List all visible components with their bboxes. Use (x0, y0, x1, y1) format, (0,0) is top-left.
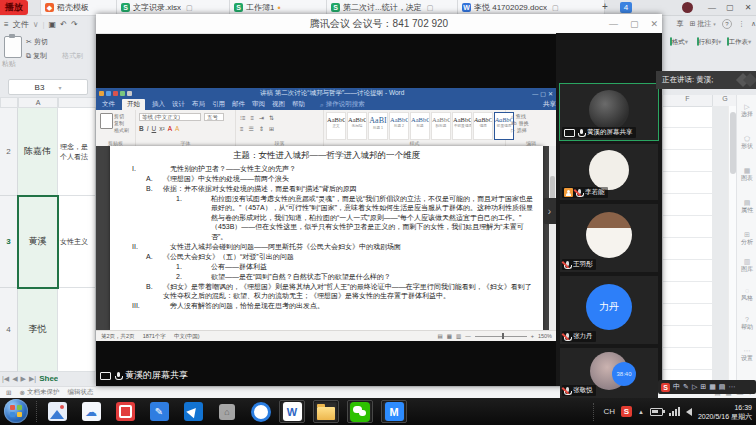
collapse-ribbon-icon[interactable]: ∧ (751, 20, 756, 28)
taskbar-wechat-icon[interactable] (347, 400, 373, 423)
network-icon[interactable] (669, 407, 680, 416)
tell-me-search[interactable]: ⌕操作说明搜索 (320, 100, 365, 109)
language-indicator[interactable]: 中文(中国) (174, 333, 200, 340)
sogou-input-bar[interactable]: S 中 ✎ ▷ ⊞ ▦ ▤ ⋯ (658, 380, 756, 394)
cell-a3-selected[interactable]: 黄溪 (18, 196, 58, 288)
view-icon[interactable]: ⊞ (6, 389, 11, 397)
rail-help[interactable]: ?帮助 (737, 316, 756, 332)
style-chip[interactable]: AaBbCcD不明显强调 (452, 112, 472, 140)
word-count[interactable]: 1871个字 (143, 333, 166, 340)
rail-props[interactable]: ▤属性 (737, 199, 756, 215)
word-minimize-button[interactable]: — (532, 91, 538, 97)
clock[interactable]: 16:39 2020/5/16 星期六 (698, 403, 752, 421)
column-header-b[interactable] (58, 97, 96, 108)
row-header-2[interactable]: 2 (0, 108, 18, 196)
tab-mailings[interactable]: 邮件 (232, 100, 245, 109)
qat-icon[interactable] (106, 91, 111, 96)
style-chip[interactable]: AaBbC副标题 (431, 112, 451, 140)
qat-icon[interactable] (127, 91, 132, 96)
menu-icon[interactable]: ≡ (4, 20, 9, 29)
taskbar-cloud-app-icon[interactable]: ☁ (78, 400, 104, 423)
window-close-button[interactable]: ✕ (740, 0, 756, 14)
comment-button[interactable]: ⊞ 批注 ▾ (689, 19, 715, 29)
style-chip[interactable]: AaBbCcDd正文 (326, 112, 346, 140)
participant-tile[interactable]: 王羽彤 (560, 204, 658, 272)
taskbar-screenshot-app-icon[interactable] (44, 400, 70, 423)
sheet-nav-first-icon[interactable]: |◀ (2, 375, 9, 383)
sogou-icon[interactable]: S (661, 383, 670, 392)
file-menu[interactable]: 文件 (13, 19, 29, 30)
ribbon-format-button[interactable]: 格式▾ (664, 38, 694, 47)
start-button[interactable] (4, 399, 28, 423)
taskbar-gray-app-icon[interactable]: ⌂ (214, 400, 240, 423)
paste-label[interactable]: 粘贴 (2, 59, 16, 69)
font-name-box[interactable]: 等线 (中文正文) (139, 113, 201, 121)
replace-button[interactable]: ab替换 (511, 120, 529, 126)
zoom-slider[interactable] (475, 336, 527, 337)
mic-icon[interactable]: ▷ (692, 382, 697, 392)
select-button[interactable]: ▷选择 (511, 127, 527, 133)
sheet-nav-last-icon[interactable]: ▶| (29, 375, 36, 383)
tab-home[interactable]: 开始 (122, 99, 145, 110)
tab-insert[interactable]: 插入 (152, 100, 165, 109)
tab-layout[interactable]: 布局 (192, 100, 205, 109)
qat-icon[interactable] (99, 91, 104, 96)
more-icon[interactable]: ⋮ (738, 20, 745, 28)
help-icon[interactable]: ? (722, 19, 732, 29)
zoom-in-icon[interactable]: + (531, 333, 534, 339)
style-chip[interactable]: AaBI标题 1 (368, 112, 388, 140)
rail-style[interactable]: ◌风格 (737, 287, 756, 303)
meeting-close-button[interactable]: ✕ (650, 19, 658, 29)
paste-icon[interactable] (100, 113, 113, 129)
qat-icon[interactable] (113, 91, 118, 96)
cell-b2[interactable]: 理念，是个人看法 (58, 108, 96, 196)
rail-analyze[interactable]: ⊞分析 (737, 231, 756, 247)
print-layout-icon[interactable]: ▦ (447, 333, 452, 339)
taskbar-meeting-icon[interactable]: M (381, 400, 407, 423)
new-tab-button[interactable]: + (602, 1, 608, 12)
emoji-icon[interactable]: ⊞ (700, 382, 706, 392)
keyboard-icon[interactable]: ▦ (709, 382, 716, 392)
spreadsheet-cells-right[interactable]: F G (662, 95, 737, 380)
rail-shapes[interactable]: ⬠形状 (737, 135, 756, 151)
sheet-tab[interactable]: Shee (39, 374, 58, 383)
tab-design[interactable]: 设计 (172, 100, 185, 109)
tab-help[interactable]: 帮助 (292, 100, 305, 109)
zoom-out-icon[interactable]: — (465, 333, 471, 339)
cell-b3[interactable]: 女性主义 (58, 196, 96, 288)
copy-button[interactable]: ⧉复制 (26, 51, 47, 61)
window-minimize-button[interactable]: — (704, 0, 720, 14)
column-header-a[interactable]: A (18, 97, 58, 108)
participant-tile[interactable]: 李若能 (560, 144, 658, 200)
rail-settings[interactable]: ⋯设置 (737, 347, 756, 363)
font-size-box[interactable]: 五号 (204, 113, 224, 121)
style-chip[interactable]: AaBbCcD强调 (473, 112, 493, 140)
taskbar-explorer-icon[interactable] (313, 400, 339, 423)
font-format-buttons[interactable]: BI Ux² AA (139, 125, 182, 132)
participant-tile[interactable]: 38:40 张敬悦 (560, 348, 658, 398)
tray-grip[interactable] (593, 403, 597, 421)
redo-icon[interactable]: ↷ (71, 20, 78, 29)
web-layout-icon[interactable]: ▥ (456, 333, 461, 339)
tab-references[interactable]: 引用 (212, 100, 225, 109)
save-icon[interactable]: ▣ (49, 20, 57, 29)
taskbar-browser-icon[interactable] (248, 400, 274, 423)
tab-review[interactable]: 审阅 (252, 100, 265, 109)
sheet-nav-next-icon[interactable]: ▶ (21, 375, 26, 383)
row-header-3[interactable]: 3 (0, 196, 18, 288)
tray-expand-icon[interactable]: ▲ (638, 409, 644, 415)
meeting-minimize-button[interactable]: — (609, 19, 618, 29)
zoom-level[interactable]: 150% (538, 333, 552, 339)
share-button[interactable]: 共享 (543, 100, 556, 109)
paste-icon[interactable] (4, 36, 22, 58)
document-scrollbar[interactable] (549, 146, 556, 330)
tab-close-icon[interactable]: ▢ (552, 4, 559, 12)
row-header-4[interactable]: 4 (0, 288, 18, 372)
taskbar-wps-icon[interactable]: W (279, 400, 305, 423)
window-maximize-button[interactable]: ▢ (722, 0, 738, 14)
battery-icon[interactable] (650, 408, 663, 416)
tab-close-icon[interactable]: ▢ (427, 4, 434, 12)
style-chip[interactable]: AaBbC标题 (410, 112, 430, 140)
pen-icon[interactable]: ✎ (683, 382, 689, 392)
volume-icon[interactable] (686, 408, 692, 416)
